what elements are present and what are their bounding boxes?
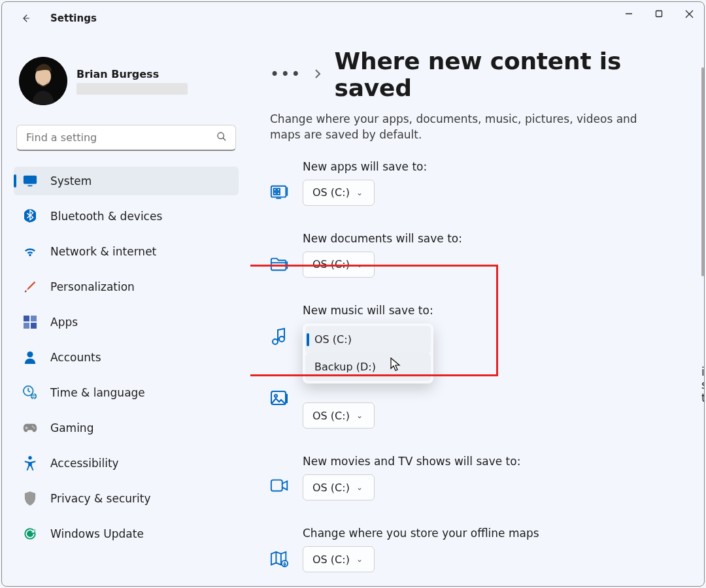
music-storage-icon <box>270 327 291 348</box>
page-title: Where new content is saved <box>334 48 678 101</box>
sidebar-item-label: System <box>50 174 92 188</box>
system-icon <box>23 174 37 188</box>
svg-rect-24 <box>277 192 280 195</box>
select-pictures-drive[interactable]: OS (C:) ⌄ <box>303 402 375 429</box>
pictures-storage-icon <box>270 390 291 411</box>
scrollbar[interactable] <box>701 67 704 276</box>
window-title: Settings <box>50 12 97 24</box>
dropdown-option-os-c[interactable]: OS (C:) <box>305 326 431 353</box>
svg-rect-21 <box>274 188 277 191</box>
layout: Brian Burgess System <box>2 35 704 586</box>
minimize-button[interactable] <box>614 2 644 25</box>
select-value: OS (C:) <box>312 258 350 270</box>
sidebar-item-label: Network & internet <box>50 245 156 258</box>
svg-rect-9 <box>24 316 29 321</box>
shield-icon <box>23 491 37 506</box>
setting-movies-label: New movies and TV shows will save to: <box>303 455 678 468</box>
sidebar-item-accessibility[interactable]: Accessibility <box>14 449 239 478</box>
sidebar-item-label: Privacy & security <box>50 492 151 505</box>
svg-point-16 <box>32 425 33 427</box>
select-value: OS (C:) <box>312 410 350 422</box>
dropdown-option-label: Backup (D:) <box>314 361 376 373</box>
setting-music-label: New music will save to: <box>303 304 678 317</box>
select-value: OS (C:) <box>312 553 350 566</box>
select-movies-drive[interactable]: OS (C:) ⌄ <box>303 474 375 500</box>
window-controls <box>614 2 704 25</box>
sidebar: Brian Burgess System <box>2 35 250 586</box>
sidebar-item-system[interactable]: System <box>14 167 239 195</box>
sidebar-item-label: Personalization <box>50 280 135 293</box>
search-input[interactable] <box>16 125 236 151</box>
clock-globe-icon <box>23 385 37 400</box>
wifi-icon <box>23 244 37 259</box>
sidebar-item-windows-update[interactable]: Windows Update <box>14 519 239 548</box>
breadcrumb-more-icon[interactable]: ••• <box>270 65 301 84</box>
nav-list: System Bluetooth & devices Network & int… <box>14 167 239 548</box>
setting-documents: New documents will save to: OS (C:) ⌄ <box>270 232 678 278</box>
svg-rect-6 <box>24 176 37 184</box>
svg-rect-11 <box>24 323 29 329</box>
sidebar-item-apps[interactable]: Apps <box>14 308 239 336</box>
back-button[interactable] <box>14 7 37 30</box>
movies-storage-icon <box>270 478 291 499</box>
sidebar-item-label: Windows Update <box>50 527 144 540</box>
maps-storage-icon <box>270 550 291 571</box>
sidebar-item-personalization[interactable]: Personalization <box>14 272 239 301</box>
sidebar-item-gaming[interactable]: Gaming <box>14 414 239 442</box>
bluetooth-icon <box>23 209 37 223</box>
select-documents-drive[interactable]: OS (C:) ⌄ <box>303 252 375 278</box>
dropdown-option-backup-d[interactable]: Backup (D:) <box>305 353 431 381</box>
close-button[interactable] <box>674 2 704 25</box>
svg-rect-12 <box>31 323 37 329</box>
update-icon <box>23 527 37 541</box>
svg-point-32 <box>275 395 277 397</box>
svg-rect-34 <box>271 480 282 491</box>
svg-rect-23 <box>274 192 277 195</box>
setting-pictures: x ill save to: OS (C:) ⌄ <box>270 390 678 429</box>
setting-pictures-label-partial: ill save to: <box>701 365 704 404</box>
svg-rect-1 <box>656 11 662 17</box>
select-maps-drive[interactable]: OS (C:) ⌄ <box>303 546 375 572</box>
chevron-down-icon: ⌄ <box>356 260 363 269</box>
chevron-down-icon: ⌄ <box>356 483 363 492</box>
select-music-drive-open[interactable]: OS (C:) Backup (D:) <box>303 323 433 384</box>
sidebar-item-accounts[interactable]: Accounts <box>14 343 239 372</box>
search-wrap <box>16 125 236 151</box>
sidebar-item-label: Apps <box>50 316 78 329</box>
setting-apps-label: New apps will save to: <box>303 160 678 173</box>
avatar <box>19 57 67 105</box>
dropdown-option-label: OS (C:) <box>314 333 352 346</box>
page-description: Change where your apps, documents, music… <box>270 112 656 143</box>
sidebar-item-network[interactable]: Network & internet <box>14 237 239 266</box>
chevron-down-icon: ⌄ <box>356 555 363 564</box>
maximize-button[interactable] <box>644 2 674 25</box>
svg-rect-22 <box>277 188 280 191</box>
setting-music: New music will save to: OS (C:) Backup (… <box>270 304 678 384</box>
documents-storage-icon <box>270 255 291 276</box>
apps-storage-icon <box>270 184 291 204</box>
main-content: ••• Where new content is saved Change wh… <box>250 35 704 586</box>
brush-icon <box>23 280 37 294</box>
person-icon <box>23 350 37 365</box>
apps-icon <box>23 315 37 329</box>
select-apps-drive[interactable]: OS (C:) ⌄ <box>303 180 375 206</box>
setting-movies: New movies and TV shows will save to: OS… <box>270 455 678 500</box>
sidebar-item-time-language[interactable]: Time & language <box>14 378 239 407</box>
svg-rect-7 <box>27 185 32 186</box>
svg-point-18 <box>28 456 32 460</box>
sidebar-item-label: Gaming <box>50 421 93 434</box>
sidebar-item-label: Time & language <box>50 386 145 399</box>
accessibility-icon <box>23 456 37 470</box>
gamepad-icon <box>23 421 37 435</box>
sidebar-item-privacy[interactable]: Privacy & security <box>14 484 239 513</box>
profile-name: Brian Burgess <box>76 68 188 80</box>
profile-email-redacted <box>76 83 188 95</box>
sidebar-item-label: Accessibility <box>50 457 119 470</box>
svg-point-13 <box>27 351 33 357</box>
select-value: OS (C:) <box>312 482 350 494</box>
sidebar-item-label: Bluetooth & devices <box>50 210 162 223</box>
profile-block[interactable]: Brian Burgess <box>14 54 239 118</box>
setting-maps-label: Change where you store your offline maps <box>303 527 678 540</box>
sidebar-item-bluetooth[interactable]: Bluetooth & devices <box>14 202 239 231</box>
setting-apps: New apps will save to: OS (C:) ⌄ <box>270 160 678 206</box>
